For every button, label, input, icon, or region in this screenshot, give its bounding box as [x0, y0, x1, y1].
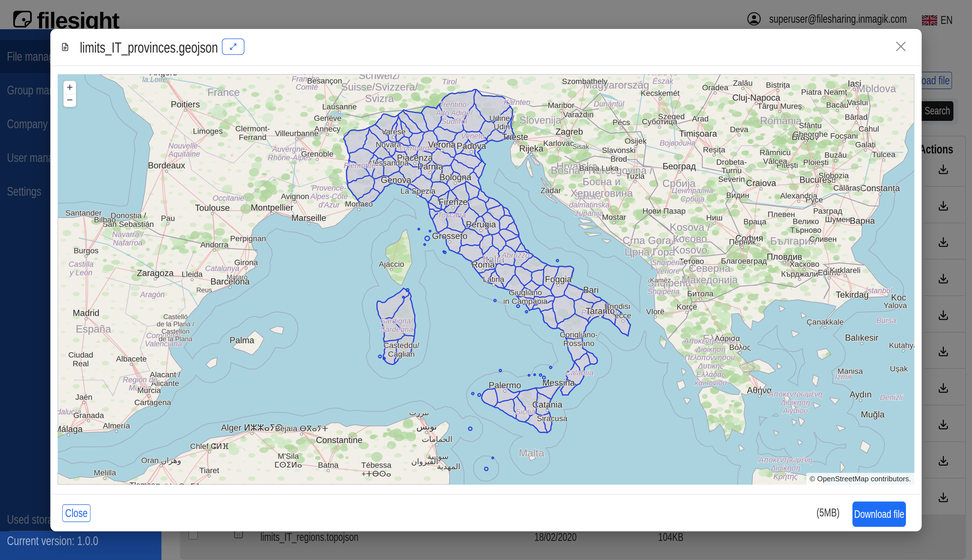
svg-text:Suisse/Svizzera/: Suisse/Svizzera/ [341, 81, 418, 93]
svg-text:Αποκεντρωμένη: Αποκεντρωμένη [768, 390, 822, 398]
svg-text:Severin: Severin [718, 175, 745, 183]
svg-text:Varese: Varese [381, 127, 406, 136]
svg-text:Sisak: Sisak [573, 143, 590, 150]
svg-text:Monaco: Monaco [345, 200, 373, 208]
svg-text:Kecskemét: Kecskemét [641, 89, 680, 98]
svg-text:Piatra Neamț: Piatra Neamț [801, 88, 847, 97]
svg-text:Limoges: Limoges [193, 127, 223, 135]
svg-text:Босна и: Босна и [583, 176, 620, 188]
svg-text:Bari: Bari [583, 285, 598, 295]
svg-text:Αθήνα: Αθήνα [747, 385, 772, 395]
svg-text:Cagliari: Cagliari [388, 350, 415, 358]
svg-text:Moldova: Moldova [857, 83, 896, 95]
svg-text:Turnu: Turnu [721, 166, 742, 175]
svg-text:Trentino-: Trentino- [439, 100, 469, 109]
svg-text:Битола: Битола [687, 289, 713, 298]
svg-text:Castelló: Castelló [164, 313, 188, 320]
svg-text:Jaén: Jaén [75, 393, 92, 402]
svg-text:Catania: Catania [533, 400, 563, 410]
svg-text:και Ιονίου: και Ιονίου [695, 379, 727, 387]
svg-text:Timișoara: Timișoara [679, 129, 718, 138]
svg-text:Madrid: Madrid [73, 308, 100, 318]
svg-text:Rijeka: Rijeka [519, 144, 544, 153]
svg-text:Δυτικής: Δυτικής [698, 362, 724, 370]
svg-text:Суботица: Суботица [642, 117, 677, 126]
svg-text:Tiaret: Tiaret [199, 466, 219, 475]
svg-text:Ciudad: Ciudad [68, 350, 94, 359]
svg-text:المهدية: المهدية [437, 462, 460, 471]
svg-text:Lleida: Lleida [182, 270, 203, 278]
svg-text:Palermo: Palermo [489, 380, 521, 390]
svg-text:Zalău: Zalău [733, 79, 753, 87]
svg-text:Svizra: Svizra [365, 93, 394, 104]
svg-text:Besançon: Besançon [307, 77, 342, 85]
svg-text:Pau: Pau [161, 214, 175, 223]
svg-text:Siracusa: Siracusa [537, 414, 568, 423]
svg-text:Maribor: Maribor [548, 101, 575, 110]
svg-text:Galați: Galați [855, 140, 875, 149]
svg-text:Враца: Враца [743, 217, 767, 226]
svg-text:Piemonte: Piemonte [344, 162, 376, 170]
svg-text:Shqipëria: Shqipëria [652, 258, 684, 267]
svg-text:Real: Real [73, 359, 89, 368]
svg-text:Uşak: Uşak [890, 364, 908, 373]
svg-text:Oran وهران: Oran وهران [141, 456, 181, 465]
svg-text:Aragón: Aragón [140, 290, 165, 299]
svg-text:Πελοποννήσου,: Πελοποννήσου, [684, 353, 737, 362]
svg-text:Lausanne: Lausanne [322, 102, 357, 111]
svg-text:in Campania: in Campania [503, 297, 548, 306]
svg-text:Casteddu/: Casteddu/ [383, 341, 419, 350]
svg-text:Bârlad: Bârlad [845, 113, 868, 122]
svg-text:Αποκεντρωμένη: Αποκεντρωμένη [758, 456, 812, 464]
svg-text:España: España [76, 323, 111, 335]
svg-text:Osijek: Osijek [625, 137, 647, 145]
svg-text:Malta: Malta [519, 447, 544, 459]
svg-text:Korçë: Korçë [676, 302, 697, 311]
svg-text:Südtirol: Südtirol [441, 117, 468, 126]
svg-text:Balıkesir: Balıkesir [845, 333, 878, 343]
svg-text:Constantine: Constantine [316, 435, 362, 445]
svg-text:Нови Пазар: Нови Пазар [642, 207, 685, 215]
svg-text:Brod: Brod [610, 155, 627, 163]
svg-text:Αιγαίου: Αιγαίου [782, 407, 808, 415]
svg-text:Tulcea: Tulcea [872, 150, 895, 159]
svg-text:Parma: Parma [418, 162, 443, 172]
svg-text:Διοίκηση: Διοίκηση [771, 464, 800, 472]
svg-text:Cartagena: Cartagena [134, 398, 171, 407]
svg-text:Београд: Београд [663, 162, 696, 171]
svg-text:Slovenija: Slovenija [519, 114, 562, 126]
svg-text:Udin: Udin [494, 122, 510, 131]
svg-text:Zagreb: Zagreb [556, 127, 583, 137]
svg-text:Udine /: Udine / [489, 114, 514, 123]
svg-text:Palma: Palma [229, 335, 254, 345]
svg-text:Bistrița: Bistrița [766, 81, 790, 89]
svg-text:Tuzla: Tuzla [626, 172, 645, 180]
svg-text:de la Plana: de la Plana [159, 335, 193, 343]
svg-text:Nouvelle-: Nouvelle- [168, 142, 200, 150]
svg-text:Варна: Варна [850, 216, 875, 226]
svg-text:Latina: Latina [483, 275, 504, 284]
svg-text:Македонија: Македонија [681, 274, 738, 286]
svg-text:Vlorë: Vlorë [646, 307, 664, 316]
svg-text:Zaragoza: Zaragoza [137, 268, 174, 278]
svg-text:Batna: Batna [318, 461, 339, 470]
svg-text:Occitanie: Occitanie [213, 194, 244, 202]
svg-text:Béjaïa ⴱⴳⴰⵢⵜ: Béjaïa ⴱⴳⴰⵢⵜ [275, 424, 328, 433]
svg-text:Alföld és: Alföld és [648, 74, 678, 77]
svg-text:Slavonski: Slavonski [602, 146, 636, 155]
svg-text:Región de: Región de [123, 376, 157, 384]
svg-text:Војводина: Војводина [660, 139, 695, 147]
svg-text:Szombathely: Szombathely [562, 77, 608, 86]
svg-text:Villeurbanne: Villeurbanne [275, 129, 318, 138]
svg-text:M'Sila: M'Sila [277, 452, 299, 460]
svg-text:Almería: Almería [103, 422, 130, 430]
svg-text:Trieste: Trieste [502, 132, 528, 142]
svg-text:Благоевград: Благоевград [721, 257, 767, 265]
svg-text:Bacău: Bacău [826, 101, 848, 109]
svg-text:Перник: Перник [729, 238, 756, 246]
svg-text:Dunántúl: Dunántúl [594, 100, 625, 108]
svg-text:Melilla: Melilla [94, 468, 116, 477]
svg-text:Çanakkale: Çanakkale [807, 318, 844, 327]
svg-text:Toscana: Toscana [438, 211, 466, 219]
svg-text:Andorra: Andorra [200, 240, 228, 249]
